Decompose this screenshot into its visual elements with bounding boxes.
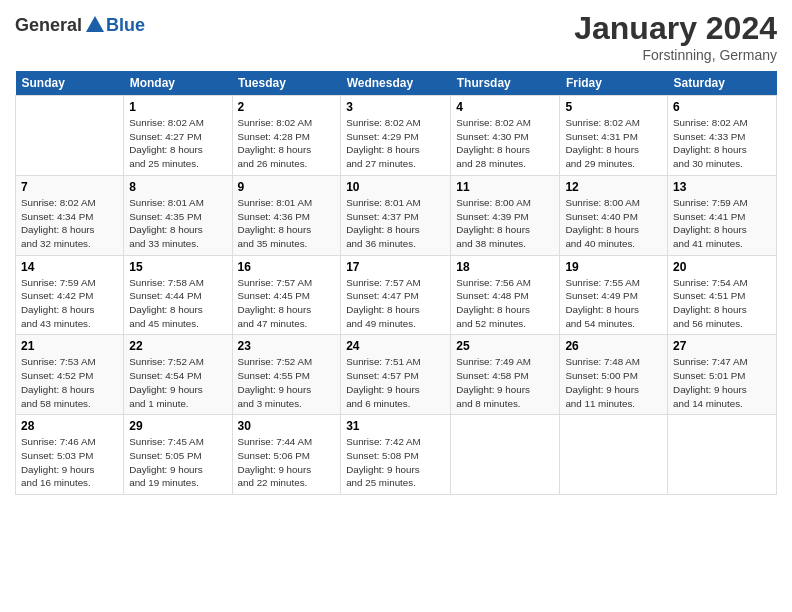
calendar-cell: 1Sunrise: 8:02 AMSunset: 4:27 PMDaylight… (124, 96, 232, 176)
title-area: January 2024 Forstinning, Germany (574, 10, 777, 63)
location: Forstinning, Germany (574, 47, 777, 63)
calendar-cell: 12Sunrise: 8:00 AMSunset: 4:40 PMDayligh… (560, 175, 668, 255)
calendar-cell: 25Sunrise: 7:49 AMSunset: 4:58 PMDayligh… (451, 335, 560, 415)
calendar-cell: 23Sunrise: 7:52 AMSunset: 4:55 PMDayligh… (232, 335, 341, 415)
calendar-cell: 28Sunrise: 7:46 AMSunset: 5:03 PMDayligh… (16, 415, 124, 495)
day-number: 5 (565, 100, 662, 114)
day-info: Sunrise: 8:02 AMSunset: 4:29 PMDaylight:… (346, 116, 445, 171)
calendar-cell: 5Sunrise: 8:02 AMSunset: 4:31 PMDaylight… (560, 96, 668, 176)
calendar-cell (451, 415, 560, 495)
day-number: 12 (565, 180, 662, 194)
calendar-week-row: 14Sunrise: 7:59 AMSunset: 4:42 PMDayligh… (16, 255, 777, 335)
logo: General Blue (15, 14, 145, 36)
svg-marker-0 (86, 16, 104, 32)
calendar-cell: 24Sunrise: 7:51 AMSunset: 4:57 PMDayligh… (341, 335, 451, 415)
day-info: Sunrise: 8:02 AMSunset: 4:34 PMDaylight:… (21, 196, 118, 251)
calendar-week-row: 1Sunrise: 8:02 AMSunset: 4:27 PMDaylight… (16, 96, 777, 176)
calendar-cell: 16Sunrise: 7:57 AMSunset: 4:45 PMDayligh… (232, 255, 341, 335)
calendar-cell: 27Sunrise: 7:47 AMSunset: 5:01 PMDayligh… (668, 335, 777, 415)
day-number: 10 (346, 180, 445, 194)
day-info: Sunrise: 7:59 AMSunset: 4:41 PMDaylight:… (673, 196, 771, 251)
day-info: Sunrise: 7:52 AMSunset: 4:55 PMDaylight:… (238, 355, 336, 410)
day-info: Sunrise: 8:00 AMSunset: 4:39 PMDaylight:… (456, 196, 554, 251)
calendar-cell (16, 96, 124, 176)
calendar-cell: 29Sunrise: 7:45 AMSunset: 5:05 PMDayligh… (124, 415, 232, 495)
day-number: 19 (565, 260, 662, 274)
page-container: General Blue January 2024 Forstinning, G… (0, 0, 792, 505)
day-number: 2 (238, 100, 336, 114)
calendar-cell: 8Sunrise: 8:01 AMSunset: 4:35 PMDaylight… (124, 175, 232, 255)
header: General Blue January 2024 Forstinning, G… (15, 10, 777, 63)
day-number: 4 (456, 100, 554, 114)
day-number: 8 (129, 180, 226, 194)
weekday-header: Saturday (668, 71, 777, 96)
day-info: Sunrise: 8:02 AMSunset: 4:30 PMDaylight:… (456, 116, 554, 171)
header-row: SundayMondayTuesdayWednesdayThursdayFrid… (16, 71, 777, 96)
calendar-week-row: 21Sunrise: 7:53 AMSunset: 4:52 PMDayligh… (16, 335, 777, 415)
calendar-cell: 18Sunrise: 7:56 AMSunset: 4:48 PMDayligh… (451, 255, 560, 335)
day-info: Sunrise: 8:01 AMSunset: 4:37 PMDaylight:… (346, 196, 445, 251)
day-number: 24 (346, 339, 445, 353)
logo-general-text: General (15, 15, 82, 36)
day-number: 18 (456, 260, 554, 274)
day-info: Sunrise: 7:44 AMSunset: 5:06 PMDaylight:… (238, 435, 336, 490)
day-number: 20 (673, 260, 771, 274)
calendar-cell (560, 415, 668, 495)
calendar-cell: 11Sunrise: 8:00 AMSunset: 4:39 PMDayligh… (451, 175, 560, 255)
calendar-cell: 15Sunrise: 7:58 AMSunset: 4:44 PMDayligh… (124, 255, 232, 335)
day-number: 25 (456, 339, 554, 353)
day-info: Sunrise: 7:48 AMSunset: 5:00 PMDaylight:… (565, 355, 662, 410)
day-info: Sunrise: 8:02 AMSunset: 4:33 PMDaylight:… (673, 116, 771, 171)
calendar-cell: 2Sunrise: 8:02 AMSunset: 4:28 PMDaylight… (232, 96, 341, 176)
day-number: 29 (129, 419, 226, 433)
calendar-cell: 10Sunrise: 8:01 AMSunset: 4:37 PMDayligh… (341, 175, 451, 255)
day-number: 26 (565, 339, 662, 353)
day-info: Sunrise: 7:58 AMSunset: 4:44 PMDaylight:… (129, 276, 226, 331)
day-info: Sunrise: 8:02 AMSunset: 4:28 PMDaylight:… (238, 116, 336, 171)
weekday-header: Monday (124, 71, 232, 96)
day-number: 13 (673, 180, 771, 194)
day-info: Sunrise: 7:46 AMSunset: 5:03 PMDaylight:… (21, 435, 118, 490)
day-info: Sunrise: 7:53 AMSunset: 4:52 PMDaylight:… (21, 355, 118, 410)
day-number: 9 (238, 180, 336, 194)
weekday-header: Friday (560, 71, 668, 96)
day-info: Sunrise: 7:52 AMSunset: 4:54 PMDaylight:… (129, 355, 226, 410)
calendar-cell: 31Sunrise: 7:42 AMSunset: 5:08 PMDayligh… (341, 415, 451, 495)
calendar-cell: 3Sunrise: 8:02 AMSunset: 4:29 PMDaylight… (341, 96, 451, 176)
day-number: 6 (673, 100, 771, 114)
day-number: 1 (129, 100, 226, 114)
day-number: 17 (346, 260, 445, 274)
logo-blue-text: Blue (106, 15, 145, 36)
day-info: Sunrise: 7:42 AMSunset: 5:08 PMDaylight:… (346, 435, 445, 490)
day-info: Sunrise: 7:55 AMSunset: 4:49 PMDaylight:… (565, 276, 662, 331)
day-number: 11 (456, 180, 554, 194)
day-number: 3 (346, 100, 445, 114)
calendar-cell: 9Sunrise: 8:01 AMSunset: 4:36 PMDaylight… (232, 175, 341, 255)
day-info: Sunrise: 7:45 AMSunset: 5:05 PMDaylight:… (129, 435, 226, 490)
weekday-header: Wednesday (341, 71, 451, 96)
logo-icon (84, 14, 106, 36)
calendar-week-row: 7Sunrise: 8:02 AMSunset: 4:34 PMDaylight… (16, 175, 777, 255)
day-info: Sunrise: 7:59 AMSunset: 4:42 PMDaylight:… (21, 276, 118, 331)
month-title: January 2024 (574, 10, 777, 47)
day-number: 31 (346, 419, 445, 433)
weekday-header: Thursday (451, 71, 560, 96)
day-info: Sunrise: 8:02 AMSunset: 4:27 PMDaylight:… (129, 116, 226, 171)
day-number: 14 (21, 260, 118, 274)
calendar-cell: 6Sunrise: 8:02 AMSunset: 4:33 PMDaylight… (668, 96, 777, 176)
day-info: Sunrise: 7:51 AMSunset: 4:57 PMDaylight:… (346, 355, 445, 410)
day-number: 21 (21, 339, 118, 353)
day-number: 30 (238, 419, 336, 433)
calendar-table: SundayMondayTuesdayWednesdayThursdayFrid… (15, 71, 777, 495)
calendar-cell: 4Sunrise: 8:02 AMSunset: 4:30 PMDaylight… (451, 96, 560, 176)
day-number: 27 (673, 339, 771, 353)
day-info: Sunrise: 8:01 AMSunset: 4:35 PMDaylight:… (129, 196, 226, 251)
calendar-cell: 14Sunrise: 7:59 AMSunset: 4:42 PMDayligh… (16, 255, 124, 335)
day-info: Sunrise: 8:02 AMSunset: 4:31 PMDaylight:… (565, 116, 662, 171)
calendar-cell: 7Sunrise: 8:02 AMSunset: 4:34 PMDaylight… (16, 175, 124, 255)
day-number: 15 (129, 260, 226, 274)
day-info: Sunrise: 7:49 AMSunset: 4:58 PMDaylight:… (456, 355, 554, 410)
calendar-cell: 19Sunrise: 7:55 AMSunset: 4:49 PMDayligh… (560, 255, 668, 335)
day-info: Sunrise: 7:57 AMSunset: 4:45 PMDaylight:… (238, 276, 336, 331)
day-number: 23 (238, 339, 336, 353)
